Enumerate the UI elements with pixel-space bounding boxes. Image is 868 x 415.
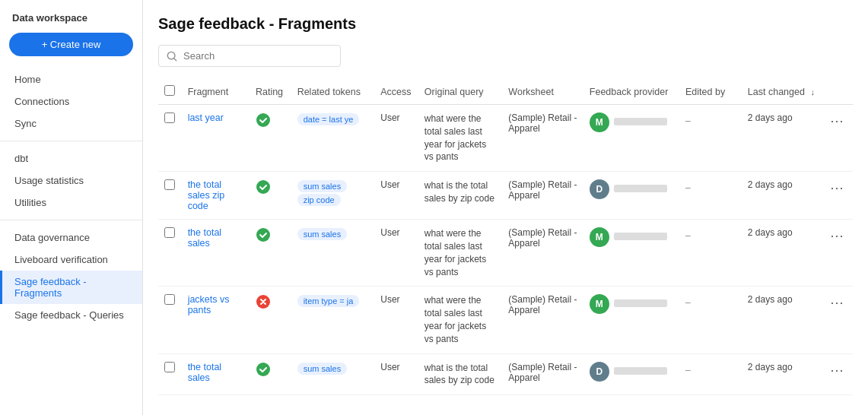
fragment-link-3[interactable]: jackets vs pants	[188, 294, 230, 315]
edited-cell-0: –	[685, 116, 736, 126]
provider-name-bar-2	[614, 233, 667, 240]
token-badge-4: sum sales	[297, 363, 348, 375]
sidebar-item-sage-feedback-queries[interactable]: Sage feedback - Queries	[0, 304, 142, 326]
token-badge-3: item type = ja	[297, 295, 360, 307]
last-changed-2: 2 days ago	[748, 227, 793, 238]
provider-name-bar-0	[614, 118, 667, 125]
sidebar-title: Data workspace	[0, 12, 142, 33]
row-checkbox-0[interactable]	[164, 112, 175, 123]
access-text-0: User	[380, 112, 399, 123]
last-changed-4: 2 days ago	[748, 362, 793, 372]
svg-point-3	[256, 180, 270, 194]
fragments-table: Fragment Rating Related tokens Access Or…	[158, 79, 853, 395]
col-header-check	[158, 79, 182, 105]
col-header-rating[interactable]: Rating	[250, 79, 291, 105]
row-checkbox-2[interactable]	[164, 227, 175, 238]
fragment-link-1[interactable]: the total sales zip code	[188, 179, 225, 211]
sidebar-item-dbt[interactable]: dbt	[0, 147, 142, 169]
col-header-fragment[interactable]: Fragment	[182, 79, 250, 105]
col-header-tokens[interactable]: Related tokens	[291, 79, 375, 105]
sidebar-item-sync[interactable]: Sync	[0, 112, 142, 135]
worksheet-text-0: (Sample) Retail - Apparel	[508, 112, 577, 134]
table-row: jackets vs pantsitem type = jaUserwhat w…	[158, 287, 853, 353]
sidebar-divider-2	[0, 220, 142, 220]
access-text-2: User	[380, 227, 399, 238]
col-header-changed[interactable]: Last changed ↓	[742, 79, 821, 105]
select-all-checkbox[interactable]	[164, 85, 175, 96]
main-content: Sage feedback - Fragments Fragment Ratin…	[143, 0, 868, 415]
row-checkbox-4[interactable]	[164, 362, 175, 372]
actions-button-4[interactable]: ⋯	[827, 362, 847, 379]
query-text-1: what is the total sales by zip code	[424, 180, 494, 204]
access-text-3: User	[380, 294, 399, 305]
svg-point-2	[256, 113, 270, 127]
col-header-actions	[821, 79, 853, 105]
last-changed-0: 2 days ago	[748, 112, 793, 123]
fragment-link-2[interactable]: the total sales	[188, 227, 221, 249]
edited-cell-2: –	[685, 230, 736, 241]
provider-avatar-0: M	[590, 112, 609, 132]
row-checkbox-1[interactable]	[164, 179, 175, 190]
provider-avatar-3: M	[590, 294, 609, 314]
token-badge-1: sum sales	[297, 180, 348, 192]
sidebar: Data workspace + Create new Home Connect…	[0, 0, 143, 415]
fragment-link-0[interactable]: last year	[188, 112, 224, 123]
table-body: last yeardate = last yeUserwhat were the…	[158, 105, 853, 395]
rating-icon-0	[256, 119, 271, 130]
edited-cell-3: –	[685, 297, 736, 308]
provider-avatar-1: D	[590, 179, 609, 199]
actions-button-3[interactable]: ⋯	[827, 294, 847, 311]
sidebar-item-utilities[interactable]: Utilities	[0, 192, 142, 214]
col-header-edited[interactable]: Edited by	[679, 79, 742, 105]
edited-cell-1: –	[685, 182, 736, 193]
sidebar-item-sage-feedback-fragments[interactable]: Sage feedback - Fragments	[0, 271, 142, 304]
col-header-access[interactable]: Access	[374, 79, 418, 105]
worksheet-text-4: (Sample) Retail - Apparel	[508, 362, 577, 383]
search-icon	[167, 51, 177, 62]
provider-avatar-4: D	[590, 362, 609, 382]
actions-button-2[interactable]: ⋯	[827, 227, 847, 244]
sidebar-item-connections[interactable]: Connections	[0, 90, 142, 112]
sidebar-item-liveboard-verification[interactable]: Liveboard verification	[0, 249, 142, 271]
search-bar	[158, 45, 341, 67]
col-header-provider[interactable]: Feedback provider	[583, 79, 679, 105]
rating-icon-3	[256, 301, 271, 312]
svg-point-4	[256, 228, 270, 242]
provider-avatar-2: M	[590, 227, 609, 247]
create-new-button[interactable]: + Create new	[9, 33, 133, 56]
provider-name-bar-4	[614, 367, 667, 375]
col-header-worksheet[interactable]: Worksheet	[502, 79, 583, 105]
table-row: the total salessum salesUserwhat is the …	[158, 353, 853, 395]
fragment-link-4[interactable]: the total sales	[188, 362, 221, 383]
query-text-2: what were the total sales last year for …	[424, 228, 486, 277]
token-badge-0: date = last ye	[297, 113, 360, 125]
last-changed-1: 2 days ago	[748, 179, 793, 190]
rating-icon-4	[256, 369, 271, 379]
sidebar-item-usage-statistics[interactable]: Usage statistics	[0, 169, 142, 192]
actions-button-1[interactable]: ⋯	[827, 179, 847, 196]
col-header-query[interactable]: Original query	[418, 79, 503, 105]
svg-point-6	[256, 363, 270, 376]
provider-name-bar-3	[614, 299, 667, 307]
token-badge-1: zip code	[297, 194, 341, 206]
rating-icon-1	[256, 186, 271, 197]
access-text-4: User	[380, 362, 399, 372]
sidebar-item-data-governance[interactable]: Data governance	[0, 227, 142, 249]
sort-arrow: ↓	[810, 87, 815, 97]
actions-button-0[interactable]: ⋯	[827, 112, 847, 129]
query-text-3: what were the total sales last year for …	[424, 295, 486, 344]
page-title: Sage feedback - Fragments	[158, 15, 853, 33]
sidebar-item-home[interactable]: Home	[0, 68, 142, 90]
access-text-1: User	[380, 179, 399, 190]
sidebar-nav: Home Connections Sync dbt Usage statisti…	[0, 68, 142, 326]
worksheet-text-2: (Sample) Retail - Apparel	[508, 227, 577, 249]
row-checkbox-3[interactable]	[164, 294, 175, 305]
query-text-0: what were the total sales last year for …	[424, 113, 486, 162]
edited-cell-4: –	[685, 365, 736, 375]
table-container: Fragment Rating Related tokens Access Or…	[158, 79, 853, 415]
rating-icon-2	[256, 234, 271, 245]
search-input[interactable]	[183, 50, 332, 62]
table-row: the total sales zip codesum saleszip cod…	[158, 172, 853, 220]
provider-name-bar-1	[614, 185, 667, 192]
last-changed-3: 2 days ago	[748, 294, 793, 305]
